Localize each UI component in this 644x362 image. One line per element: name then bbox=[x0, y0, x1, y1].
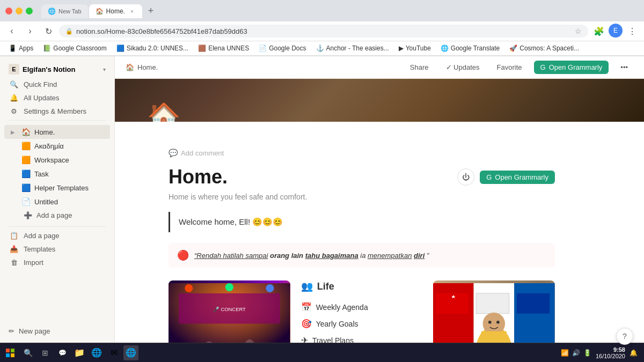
reload-button[interactable]: ↻ bbox=[41, 24, 56, 39]
bookmark-translate[interactable]: 🌐 Google Translate bbox=[436, 43, 504, 54]
workspace-icon: E bbox=[9, 64, 19, 75]
svg-point-11 bbox=[266, 284, 274, 292]
weekly-icon: 📅 bbox=[301, 302, 312, 312]
new-tab-button[interactable]: + bbox=[143, 3, 158, 18]
bookmark-sikadu[interactable]: 🟦 Sikadu 2.0: UNNES... bbox=[112, 43, 193, 54]
browser-tab-active[interactable]: 🏠 Home. × bbox=[89, 4, 142, 18]
sidebar-item-untitled[interactable]: 📄 Untitled bbox=[4, 195, 110, 209]
sidebar-divider bbox=[9, 120, 106, 121]
expand-icon[interactable]: ▶ bbox=[9, 128, 17, 136]
start-button[interactable] bbox=[2, 345, 18, 360]
taskbar: 🔍 ⊞ 💬 📁 🌐 ✉ 🌐 📶 🔊 🔋 9:58 16/10/2020 🔔 bbox=[0, 343, 644, 362]
taskbar-cortana[interactable]: 💬 bbox=[55, 345, 70, 360]
favorite-button[interactable]: Favorite bbox=[492, 61, 528, 73]
bookmark-apps[interactable]: 📱 Apps bbox=[4, 43, 38, 54]
browser-tab-inactive[interactable]: 🌐 New Tab bbox=[41, 4, 88, 18]
sidebar-add-page[interactable]: ➕ Add a page bbox=[4, 209, 110, 222]
volume-icon[interactable]: 🔊 bbox=[572, 349, 580, 357]
sidebar-trash[interactable]: 🗑 Import bbox=[4, 256, 110, 269]
sidebar-quick-find[interactable]: 🔍 Quick Find bbox=[4, 78, 110, 91]
bookmark-label: Sikadu 2.0: UNNES... bbox=[127, 45, 188, 52]
sidebar-all-updates[interactable]: 🔔 All Updates bbox=[4, 91, 110, 105]
page-icon: 📄 bbox=[20, 197, 31, 206]
notifications-icon[interactable]: 🔔 bbox=[630, 349, 638, 357]
power-button[interactable]: ⏻ bbox=[457, 168, 474, 186]
svg-text:🎤 CONCERT: 🎤 CONCERT bbox=[213, 306, 246, 313]
bookmark-anchor[interactable]: ⚓ Anchor - The easies... bbox=[312, 43, 393, 54]
window-maximize-button[interactable] bbox=[26, 8, 33, 14]
clock[interactable]: 9:58 16/10/2020 bbox=[596, 346, 625, 359]
grammarly-button[interactable]: G Open Grammarly bbox=[534, 61, 609, 74]
main-area: 🏠 Home. Share ✓ Updates Favorite G Open … bbox=[115, 56, 644, 343]
share-button[interactable]: Share bbox=[405, 61, 434, 73]
new-page-button[interactable]: ✏ New page bbox=[4, 324, 110, 338]
taskbar-edge[interactable]: 🌐 bbox=[89, 345, 104, 360]
bookmark-classroom[interactable]: 📗 Google Classroom bbox=[39, 43, 111, 54]
svg-point-23 bbox=[496, 321, 500, 324]
more-options-button[interactable]: ••• bbox=[615, 61, 633, 73]
plus-icon: ➕ bbox=[24, 211, 32, 219]
sidebar-item-task[interactable]: 🟦 Task bbox=[4, 167, 110, 181]
bookmark-icon: 🟦 bbox=[116, 45, 125, 52]
expand-icon[interactable] bbox=[9, 156, 17, 164]
taskbar-task-view[interactable]: ⊞ bbox=[38, 345, 53, 360]
add-comment[interactable]: 💬 Add comment bbox=[169, 149, 555, 157]
bookmark-icon: 🟫 bbox=[198, 45, 206, 52]
expand-icon[interactable] bbox=[9, 183, 17, 192]
back-button[interactable]: ‹ bbox=[4, 24, 19, 39]
life-item-weekly[interactable]: 📅 Weekly Agenda bbox=[301, 299, 423, 315]
window-close-button[interactable] bbox=[5, 8, 12, 14]
title-actions: ⏻ G Open Grammarly bbox=[457, 168, 555, 186]
bookmark-elena[interactable]: 🟫 Elena UNNES bbox=[194, 43, 253, 54]
svg-point-9 bbox=[185, 284, 193, 292]
sidebar-item-academia[interactable]: 🟧 Ακαδημία bbox=[4, 139, 110, 153]
bookmark-youtube[interactable]: ▶ YouTube bbox=[394, 43, 435, 54]
trash-icon: 🗑 bbox=[9, 258, 19, 267]
address-text[interactable]: notion.so/Home-83c0e8bfe6564752bf41e87da… bbox=[76, 27, 572, 35]
svg-rect-18 bbox=[517, 293, 550, 314]
page-subtitle: Home is where you feel safe and comfort. bbox=[169, 193, 555, 201]
help-button[interactable]: ? bbox=[616, 328, 633, 343]
network-icon[interactable]: 📶 bbox=[561, 349, 569, 357]
sidebar-settings[interactable]: ⚙ Settings & Members bbox=[4, 105, 110, 118]
profile-button[interactable]: E bbox=[609, 24, 623, 38]
workspace-name: E Elgifan's Notion bbox=[9, 64, 75, 75]
sidebar-import[interactable]: 📥 Templates bbox=[4, 242, 110, 256]
quote-icon: 🔴 bbox=[177, 249, 189, 261]
bookmark-docs[interactable]: 📄 Google Docs bbox=[254, 43, 310, 54]
sidebar-item-home[interactable]: ▶ 🏠 Home. bbox=[4, 125, 110, 139]
taskbar-file-explorer[interactable]: 📁 bbox=[72, 345, 87, 360]
life-item-travel[interactable]: ✈ Travel Plans bbox=[301, 332, 423, 343]
bookmark-icon: 📗 bbox=[43, 45, 51, 52]
svg-rect-21 bbox=[481, 331, 507, 343]
taskbar-mail[interactable]: ✉ bbox=[106, 345, 121, 360]
taskbar-search-button[interactable]: 🔍 bbox=[20, 345, 35, 360]
app-container: E Elgifan's Notion ▾ 🔍 Quick Find 🔔 All … bbox=[0, 56, 644, 343]
taskbar-chrome-browser[interactable]: 🌐 bbox=[123, 345, 138, 360]
grammarly-inline-button[interactable]: G Open Grammarly bbox=[480, 171, 555, 184]
bookmark-icon: ⚓ bbox=[316, 45, 324, 52]
tab-close-button[interactable]: × bbox=[128, 8, 136, 15]
bookmark-icon: 📱 bbox=[9, 45, 17, 52]
forward-button[interactable]: › bbox=[23, 24, 38, 39]
bookmark-cosmos[interactable]: 🚀 Cosmos: A Spaceti... bbox=[505, 43, 583, 54]
expand-icon[interactable] bbox=[9, 142, 17, 150]
search-icon: 🔍 bbox=[9, 80, 19, 88]
bookmark-icon[interactable]: ☆ bbox=[575, 27, 582, 35]
expand-icon[interactable] bbox=[9, 197, 17, 206]
tab-bar: 🌐 New Tab 🏠 Home. × + bbox=[37, 3, 163, 18]
battery-icon[interactable]: 🔋 bbox=[583, 349, 591, 357]
address-bar[interactable]: 🔒 notion.so/Home-83c0e8bfe6564752bf41e87… bbox=[59, 25, 588, 38]
extensions-button[interactable]: 🧩 bbox=[591, 24, 606, 39]
more-button[interactable]: ⋮ bbox=[625, 24, 640, 39]
sidebar-item-helper[interactable]: 🟦 Helper Templates bbox=[4, 181, 110, 195]
concert-image: 🎤 CONCERT bbox=[169, 280, 290, 343]
sidebar-item-workspace[interactable]: 🟧 Workspace bbox=[4, 153, 110, 167]
expand-icon[interactable] bbox=[9, 169, 17, 178]
life-item-yearly[interactable]: 🎯 Yearly Goals bbox=[301, 315, 423, 332]
workspace-header[interactable]: E Elgifan's Notion ▾ bbox=[4, 61, 110, 78]
updates-button[interactable]: ✓ Updates bbox=[441, 61, 485, 73]
sidebar-templates[interactable]: 📋 Add a page bbox=[4, 229, 110, 242]
bell-icon: 🔔 bbox=[9, 94, 19, 102]
window-minimize-button[interactable] bbox=[16, 8, 23, 14]
